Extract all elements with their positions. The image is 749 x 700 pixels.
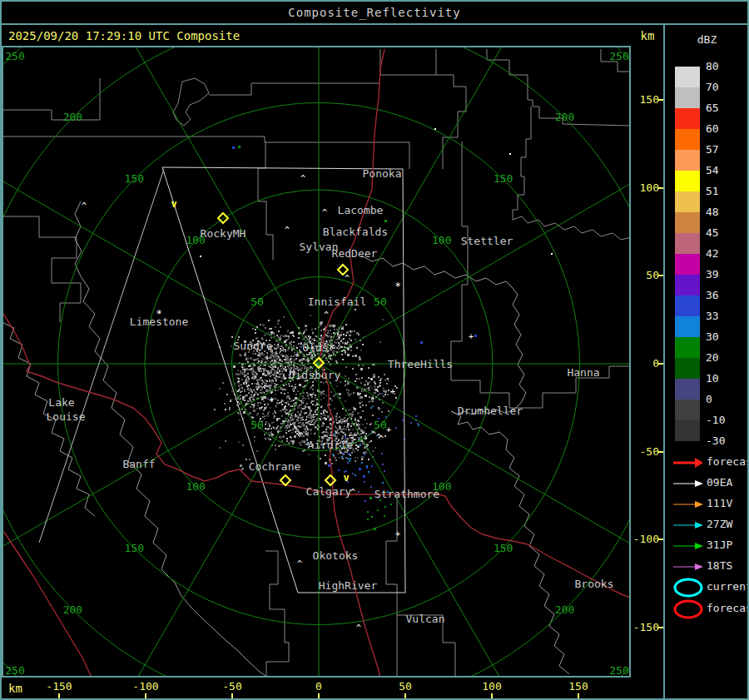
bottom-axis-tick-label: 0 <box>315 680 322 693</box>
town-marker: ^ <box>322 208 327 217</box>
town-marker: + <box>386 425 391 434</box>
window-title: Composite_Reflectivity <box>288 6 460 19</box>
ring-distance-label: 200 <box>555 111 574 123</box>
scale-swatch <box>675 212 700 233</box>
ring-distance-label: 250 <box>5 664 24 677</box>
scale-value-label: 57 <box>706 143 744 156</box>
bottom-axis-tick <box>58 693 60 700</box>
city-label-calgary: Calgary <box>306 485 352 498</box>
scale-swatch <box>675 379 700 400</box>
city-label-ponoka: Ponoka <box>363 167 402 180</box>
legend-label: current <box>707 581 749 593</box>
track-arrow-icon-111v <box>672 498 705 514</box>
scale-value-label: -10 <box>706 414 744 427</box>
track-arrow-icon-09ea <box>672 477 705 493</box>
bottom-axis-tick-label: 50 <box>399 680 412 693</box>
city-label-sundre: Sundre <box>234 340 273 352</box>
town-marker: ^ <box>300 174 305 183</box>
right-axis-tick-label: 150 <box>640 94 659 106</box>
radar-map[interactable]: 5050505010010010010015015015015020020020… <box>2 46 631 678</box>
bottom-axis-tick-label: 100 <box>482 680 501 693</box>
bottom-axis-tick-label: -100 <box>132 680 158 693</box>
scale-value-label: 30 <box>706 330 744 344</box>
scale-value-label: 36 <box>706 289 744 302</box>
track-arrow-icon-18ts <box>672 560 705 576</box>
city-label-didsbury: Didsbury <box>289 369 341 381</box>
ring-distance-label: 50 <box>374 419 387 431</box>
scale-value-label: 42 <box>706 247 744 261</box>
datetime-label: 2025/09/20 17:29:10 UTC Composite <box>8 29 240 42</box>
city-label-reddeer: RedDeer <box>332 247 378 260</box>
scale-value-label: 48 <box>706 206 744 219</box>
town-marker: + <box>469 332 474 341</box>
scale-swatch <box>675 337 700 358</box>
town-marker: ^ <box>356 623 361 633</box>
radar-app-window: Composite_Reflectivity 2025/09/20 17:29:… <box>0 0 749 700</box>
scale-value-label: 10 <box>706 372 744 385</box>
scale-swatch <box>675 233 700 254</box>
scale-swatch <box>675 358 700 379</box>
ring-distance-label: 250 <box>609 50 628 62</box>
scale-swatch <box>675 150 700 171</box>
right-axis-tick-label: 50 <box>646 270 659 281</box>
ring-distance-label: 150 <box>125 172 144 185</box>
right-axis-tick-label: -100 <box>633 534 659 545</box>
city-label-stettler: Stettler <box>461 235 513 247</box>
scale-swatch <box>675 316 700 337</box>
town-marker: ^ <box>297 559 302 568</box>
city-label-strathmore: Strathmore <box>374 488 439 500</box>
ring-distance-label: 150 <box>494 542 513 554</box>
bottom-axis-tick <box>231 693 233 700</box>
ring-distance-label: 250 <box>609 664 628 677</box>
town-marker: + <box>295 350 300 360</box>
right-axis-tick-label: -150 <box>633 622 659 633</box>
bottom-axis-tick <box>491 693 493 700</box>
ring-distance-label: 50 <box>250 295 264 308</box>
title-bar: Composite_Reflectivity <box>2 2 747 25</box>
scale-swatch <box>675 129 700 150</box>
city-label-brooks: Brooks <box>575 578 614 590</box>
city-label-drumheller: Drumheller <box>458 405 523 417</box>
scale-value-label: 0 <box>706 393 744 406</box>
city-label-threehills: ThreeHills <box>388 358 453 370</box>
track-arrow-icon-31jp <box>672 539 705 555</box>
city-label-olds: Olds <box>302 341 328 354</box>
scale-swatch <box>675 275 700 295</box>
city-label-highriver: HighRiver <box>319 579 378 592</box>
bottom-axis-tick <box>145 693 146 700</box>
scale-value-label: 80 <box>706 60 744 73</box>
ring-distance-label: 200 <box>63 603 82 616</box>
town-marker: * <box>394 280 400 292</box>
city-label-cochrane: Cochrane <box>249 460 301 473</box>
city-label-innisfail: Innisfail <box>308 295 366 308</box>
bottom-axis-unit-label: km <box>8 682 22 695</box>
town-dot <box>551 253 553 255</box>
town-dot <box>200 256 201 257</box>
town-marker: + <box>395 529 400 539</box>
scale-swatch <box>675 171 700 191</box>
bottom-axis: km -150-100-50050100150 <box>2 676 631 700</box>
bottom-axis-tick <box>404 693 406 700</box>
city-label-blackfalds: Blackfalds <box>323 226 388 238</box>
legend-label: forecast <box>707 456 749 468</box>
scale-swatch <box>675 420 700 441</box>
bottom-axis-tick-label: -150 <box>46 680 72 693</box>
scale-swatch <box>675 67 700 87</box>
ring-distance-label: 100 <box>186 480 205 493</box>
bottom-axis-tick-label: -50 <box>222 680 241 693</box>
town-marker: ^ <box>322 409 327 418</box>
bottom-axis-tick <box>578 693 579 700</box>
city-label-lake: Lake <box>48 396 74 409</box>
scale-value-label: 65 <box>706 102 744 115</box>
town-marker: + <box>269 395 274 405</box>
city-label-hanna: Hanna <box>567 366 599 379</box>
city-label-lacombe: Lacombe <box>338 204 384 216</box>
scale-title: dBZ <box>665 33 749 46</box>
ring-distance-label: 150 <box>494 172 513 185</box>
bottom-axis-tick-label: 150 <box>568 680 588 693</box>
ring-distance-label: 200 <box>555 603 574 616</box>
legend-label: 111V <box>707 498 732 509</box>
scale-value-label: 60 <box>706 122 744 136</box>
town-marker: + <box>390 387 395 396</box>
storm-vector-icon: v <box>343 472 349 484</box>
